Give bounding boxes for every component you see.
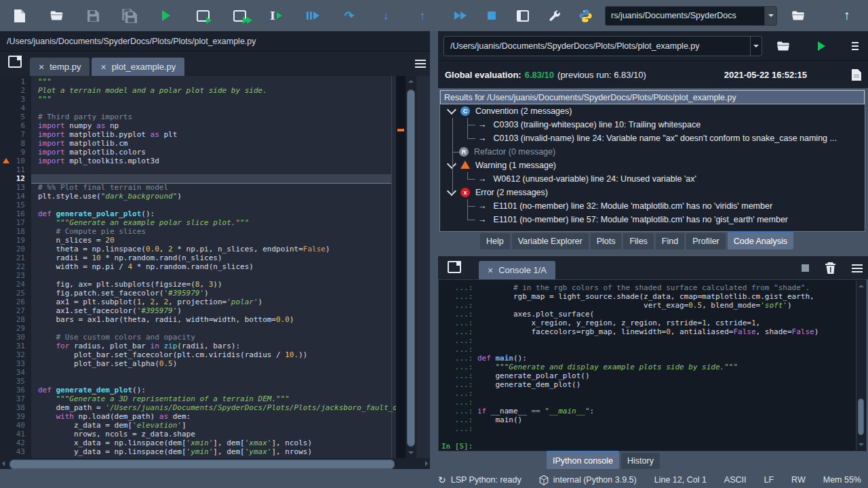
editor-tab-temp-py[interactable]: ×temp.py <box>30 58 90 76</box>
run-cell-button[interactable] <box>191 4 214 27</box>
tab-help[interactable]: Help <box>480 233 510 249</box>
console-scrollbar[interactable] <box>856 281 865 450</box>
tree-message[interactable]: →E1101 (no-member) line 32: Module 'matp… <box>440 199 865 213</box>
interrupt-kernel-icon[interactable] <box>802 264 809 272</box>
run-analysis-button[interactable] <box>810 36 833 56</box>
warning-icon <box>460 161 470 169</box>
results-header-row[interactable]: Results for /Users/juanis/Documents/Spyd… <box>440 90 865 104</box>
open-file-button[interactable] <box>45 4 68 27</box>
working-directory-dropdown[interactable] <box>764 7 776 25</box>
preferences-button[interactable] <box>542 4 566 27</box>
maximize-pane-button[interactable] <box>511 4 534 27</box>
tab-ipython-console[interactable]: IPython console <box>547 453 619 469</box>
chevron-down-icon[interactable] <box>447 159 456 169</box>
scroll-down-arrow[interactable] <box>408 451 414 454</box>
tab-files[interactable]: Files <box>623 233 653 249</box>
arrow-down-icon: ↓ <box>383 10 389 22</box>
play-icon <box>247 17 252 24</box>
editor-line <box>31 324 396 333</box>
parent-directory-button[interactable]: ↑ <box>835 4 859 27</box>
scrollbar-thumb[interactable] <box>407 89 415 447</box>
line-number: 3 <box>0 95 31 104</box>
status-lf: LF <box>764 475 774 485</box>
scrollbar-thumb[interactable] <box>858 399 864 435</box>
editor-line: plt.style.use("dark_background") <box>31 192 396 201</box>
arrow-curve-icon: ↷ <box>344 10 354 22</box>
evaluation-score: 6.83/10 <box>525 70 554 80</box>
scrollbar-thumb[interactable] <box>9 460 395 469</box>
close-icon[interactable]: × <box>39 62 44 73</box>
warning-flag-marker[interactable] <box>397 129 404 131</box>
run-cell-advance-button[interactable] <box>228 4 251 27</box>
folder-icon <box>791 10 805 21</box>
editor-options-menu-icon[interactable] <box>415 60 426 68</box>
chevron-down-icon[interactable] <box>447 186 456 196</box>
step-return-button[interactable]: ↑ <box>411 4 434 27</box>
global-evaluation-label: Global evaluation: <box>445 70 521 80</box>
code-editor[interactable]: 1234567891011121314151617181920212223242… <box>0 76 430 459</box>
analysis-browse-button[interactable] <box>772 36 795 56</box>
analysis-results-tree[interactable]: Results for /Users/juanis/Documents/Spyd… <box>439 89 865 232</box>
tree-message[interactable]: →C0103 (invalid-name) line 24: Variable … <box>440 131 865 145</box>
browse-tabs-icon[interactable] <box>8 56 22 68</box>
editor-line: Plot a terrain model and a polar plot si… <box>31 86 396 95</box>
new-file-button[interactable] <box>8 4 31 27</box>
tree-group-warning[interactable]: Warning (1 message) <box>440 159 865 172</box>
working-directory-combo[interactable]: rs/juanis/Documents/SpyderDocs <box>605 6 777 26</box>
close-icon[interactable]: × <box>100 62 106 73</box>
console-tab[interactable]: × Console 1/A <box>479 261 555 279</box>
remove-variables-icon[interactable] <box>825 262 835 274</box>
scroll-down-arrow[interactable] <box>859 443 864 446</box>
debug-file-button[interactable] <box>301 4 324 27</box>
editor-code-area[interactable]: """Plot a terrain model and a polar plot… <box>31 76 396 458</box>
analysis-path-row: /Users/juanis/Documents/SpyderDocs/Plots… <box>438 31 868 61</box>
editor-gutter[interactable]: 1234567891011121314151617181920212223242… <box>0 76 31 458</box>
scroll-left-arrow[interactable] <box>2 461 5 466</box>
step-over-button[interactable]: ↷ <box>338 4 361 27</box>
console-options-menu-icon[interactable] <box>852 264 863 272</box>
close-icon[interactable]: × <box>488 265 493 276</box>
scroll-flag-column[interactable] <box>396 76 406 458</box>
save-file-button[interactable] <box>81 4 104 27</box>
editor-vertical-scrollbar[interactable] <box>406 76 416 458</box>
browse-working-directory-button[interactable] <box>787 4 810 27</box>
tree-group-refactor[interactable]: RRefactor (0 message) <box>440 145 865 159</box>
ipython-console[interactable]: ...: # in the rgb colors of the shaded s… <box>438 279 867 451</box>
tab-profiler[interactable]: Profiler <box>686 233 726 249</box>
tab-plots[interactable]: Plots <box>591 233 622 249</box>
warning-icon <box>3 158 9 163</box>
analysis-file-dropdown[interactable] <box>750 37 762 56</box>
editor-tab-plot_example-py[interactable]: ×plot_example.py <box>92 58 184 76</box>
line-number: 26 <box>0 298 31 306</box>
run-file-button[interactable] <box>155 4 178 27</box>
tree-group-error[interactable]: xError (2 messages) <box>440 186 865 199</box>
line-number: 36 <box>0 386 31 394</box>
analysis-file-combo[interactable]: /Users/juanis/Documents/SpyderDocs/Plots… <box>443 36 762 56</box>
scroll-right-arrow[interactable] <box>425 461 428 466</box>
stop-debug-button[interactable] <box>480 4 503 27</box>
report-document-icon[interactable] <box>852 69 861 81</box>
run-selection-button[interactable]: I <box>264 4 288 27</box>
scroll-up-arrow[interactable] <box>859 285 864 287</box>
python-logo-button[interactable] <box>574 4 597 27</box>
line-number: 16 <box>0 209 31 218</box>
tree-message[interactable]: →W0612 (unused-variable) line 24: Unused… <box>440 172 865 186</box>
tree-message[interactable]: →E1101 (no-member) line 57: Module 'matp… <box>440 213 865 226</box>
save-all-button[interactable] <box>118 4 141 27</box>
tree-message[interactable]: →C0303 (trailing-whitespace) line 10: Tr… <box>440 118 865 131</box>
tab-code-analysis[interactable]: Code Analysis <box>728 233 793 249</box>
tree-group-convention[interactable]: CConvention (2 messages) <box>440 104 865 118</box>
editor-horizontal-scrollbar[interactable] <box>0 458 430 469</box>
line-number: 37 <box>0 394 31 403</box>
analysis-options-menu-icon[interactable] <box>852 42 859 50</box>
browse-tabs-icon[interactable] <box>448 261 461 273</box>
tab-history[interactable]: History <box>621 453 660 469</box>
tab-variable-explorer[interactable]: Variable Explorer <box>512 233 589 249</box>
console-prompt[interactable]: In [5]: <box>441 442 855 451</box>
step-into-button[interactable]: ↓ <box>374 4 397 27</box>
tab-find[interactable]: Find <box>656 233 684 249</box>
scroll-up-arrow[interactable] <box>408 80 414 83</box>
chevron-down-icon[interactable] <box>447 105 456 115</box>
line-number: 12 <box>0 174 31 183</box>
continue-execution-button[interactable] <box>449 4 472 27</box>
